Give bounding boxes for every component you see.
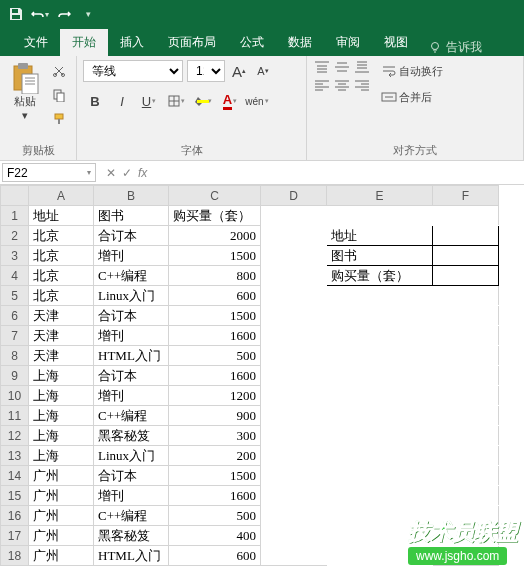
cell[interactable] xyxy=(327,426,433,446)
cell[interactable]: 北京 xyxy=(29,266,94,286)
cell[interactable]: 1600 xyxy=(169,366,261,386)
cell[interactable]: 广州 xyxy=(29,466,94,486)
cell[interactable]: 广州 xyxy=(29,546,94,566)
row-header[interactable]: 15 xyxy=(1,486,29,506)
row-header[interactable]: 10 xyxy=(1,386,29,406)
cell[interactable] xyxy=(327,386,433,406)
row-header[interactable]: 7 xyxy=(1,326,29,346)
merge-center-button[interactable]: 合并后 xyxy=(381,86,443,108)
cell[interactable] xyxy=(433,346,499,366)
qat-customize-icon[interactable]: ▾ xyxy=(78,4,98,24)
cell[interactable] xyxy=(261,506,327,526)
save-icon[interactable] xyxy=(6,4,26,24)
cell[interactable] xyxy=(433,366,499,386)
row-header[interactable]: 3 xyxy=(1,246,29,266)
font-name-select[interactable]: 等线 xyxy=(83,60,183,82)
cell[interactable] xyxy=(433,286,499,306)
cell[interactable] xyxy=(261,286,327,306)
cell[interactable]: 上海 xyxy=(29,366,94,386)
row-header[interactable]: 5 xyxy=(1,286,29,306)
cell[interactable] xyxy=(327,506,433,526)
cell[interactable] xyxy=(261,426,327,446)
cell[interactable]: 900 xyxy=(169,406,261,426)
italic-button[interactable]: I xyxy=(110,90,134,112)
cell[interactable]: 广州 xyxy=(29,506,94,526)
cell[interactable] xyxy=(261,206,327,226)
align-bottom-button[interactable] xyxy=(353,60,371,74)
cell[interactable] xyxy=(261,306,327,326)
cell[interactable] xyxy=(261,466,327,486)
cell[interactable]: 1200 xyxy=(169,386,261,406)
name-box-input[interactable] xyxy=(7,166,67,180)
cell[interactable]: 广州 xyxy=(29,486,94,506)
col-header-F[interactable]: F xyxy=(433,186,499,206)
name-box[interactable]: ▾ xyxy=(2,163,96,182)
cell[interactable] xyxy=(433,506,499,526)
cell[interactable]: 上海 xyxy=(29,406,94,426)
shrink-font-button[interactable]: A▾ xyxy=(253,60,273,82)
cell[interactable] xyxy=(261,366,327,386)
cell[interactable]: 2000 xyxy=(169,226,261,246)
cell[interactable]: 购买量（套） xyxy=(327,266,433,286)
enter-formula-icon[interactable]: ✓ xyxy=(122,166,132,180)
cell[interactable] xyxy=(433,386,499,406)
cell[interactable] xyxy=(261,446,327,466)
phonetic-button[interactable]: wén▾ xyxy=(245,90,269,112)
paste-button[interactable]: 粘贴 ▾ xyxy=(6,60,44,124)
cell[interactable]: 合订本 xyxy=(94,306,169,326)
cell[interactable]: 北京 xyxy=(29,286,94,306)
cell[interactable]: 增刊 xyxy=(94,486,169,506)
bold-button[interactable]: B xyxy=(83,90,107,112)
cell[interactable] xyxy=(433,406,499,426)
tab-home[interactable]: 开始 xyxy=(60,29,108,56)
redo-icon[interactable] xyxy=(54,4,74,24)
cell[interactable]: 天津 xyxy=(29,326,94,346)
cell[interactable] xyxy=(433,526,499,546)
cell[interactable]: 合订本 xyxy=(94,466,169,486)
row-header[interactable]: 17 xyxy=(1,526,29,546)
align-left-button[interactable] xyxy=(313,78,331,92)
row-header[interactable]: 6 xyxy=(1,306,29,326)
cell[interactable] xyxy=(327,346,433,366)
worksheet-grid[interactable]: ABCDEF1地址图书购买量（套）2北京合订本2000地址3北京增刊1500图书… xyxy=(0,185,524,566)
cell[interactable] xyxy=(327,486,433,506)
col-header-E[interactable]: E xyxy=(327,186,433,206)
cell[interactable] xyxy=(433,446,499,466)
cell[interactable]: 1500 xyxy=(169,466,261,486)
cell[interactable]: 800 xyxy=(169,266,261,286)
cell[interactable] xyxy=(327,366,433,386)
cell[interactable]: 200 xyxy=(169,446,261,466)
row-header[interactable]: 16 xyxy=(1,506,29,526)
cell[interactable]: 合订本 xyxy=(94,226,169,246)
font-color-button[interactable]: A▾ xyxy=(218,90,242,112)
cell[interactable]: 500 xyxy=(169,346,261,366)
align-top-button[interactable] xyxy=(313,60,331,74)
wrap-text-button[interactable]: 自动换行 xyxy=(381,60,443,82)
border-button[interactable]: ▾ xyxy=(164,90,188,112)
col-header-A[interactable]: A xyxy=(29,186,94,206)
cell[interactable]: 图书 xyxy=(94,206,169,226)
row-header[interactable]: 8 xyxy=(1,346,29,366)
row-header[interactable]: 4 xyxy=(1,266,29,286)
row-header[interactable]: 1 xyxy=(1,206,29,226)
cell[interactable]: 500 xyxy=(169,506,261,526)
col-header-B[interactable]: B xyxy=(94,186,169,206)
cell[interactable] xyxy=(433,546,499,566)
underline-button[interactable]: U▾ xyxy=(137,90,161,112)
cell[interactable]: HTML入门 xyxy=(94,346,169,366)
cell[interactable] xyxy=(261,526,327,546)
cell[interactable]: 600 xyxy=(169,286,261,306)
cell[interactable]: 图书 xyxy=(327,246,433,266)
cell[interactable]: 广州 xyxy=(29,526,94,546)
cell[interactable] xyxy=(327,466,433,486)
cell[interactable]: 300 xyxy=(169,426,261,446)
row-header[interactable]: 2 xyxy=(1,226,29,246)
cell[interactable]: C++编程 xyxy=(94,266,169,286)
cell[interactable] xyxy=(433,206,499,226)
cell[interactable] xyxy=(327,286,433,306)
cell[interactable] xyxy=(433,246,499,266)
cell[interactable]: Linux入门 xyxy=(94,446,169,466)
cell[interactable]: 北京 xyxy=(29,246,94,266)
fx-icon[interactable]: fx xyxy=(138,166,147,180)
cell[interactable]: 北京 xyxy=(29,226,94,246)
